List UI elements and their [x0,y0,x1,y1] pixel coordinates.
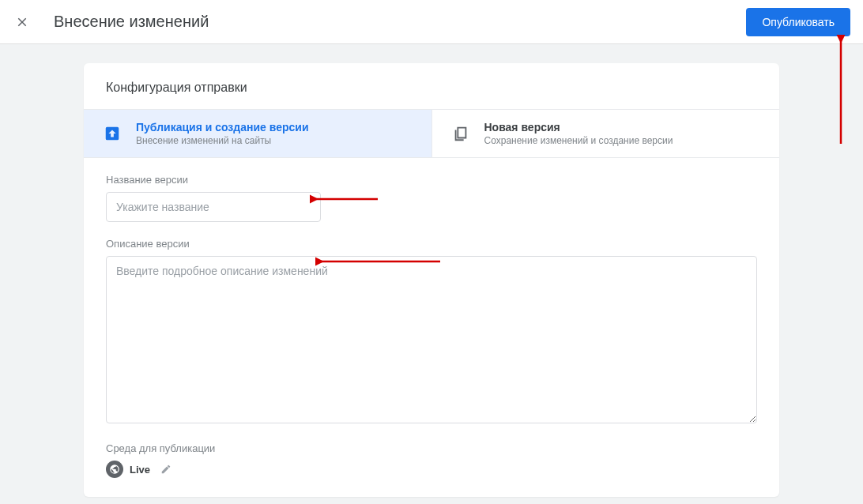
close-icon [15,15,29,29]
environment-name: Live [130,464,150,476]
version-icon [451,124,470,143]
version-desc-label: Описание версии [106,238,757,250]
pencil-icon [160,464,171,475]
arrow-annotation-icon [833,35,849,145]
tab-title: Публикация и создание версии [136,121,309,134]
tab-subtitle: Внесение изменений на сайты [136,135,309,146]
environment-label: Среда для публикации [106,442,757,454]
version-name-input[interactable] [106,192,321,222]
tab-subtitle: Сохранение изменений и создание версии [484,135,673,146]
card-title: Конфигурация отправки [84,63,779,109]
version-desc-textarea[interactable] [106,256,757,423]
config-tabs: Публикация и создание версии Внесение из… [84,109,779,158]
tab-title: Новая версия [484,121,673,134]
submit-config-card: Конфигурация отправки Публикация и созда… [84,63,779,497]
publish-button[interactable]: Опубликовать [746,8,850,36]
globe-icon [106,461,123,478]
environment-chip[interactable]: Live [106,461,150,478]
publish-icon [103,124,122,143]
dialog-header: Внесение изменений Опубликовать [0,0,863,44]
tab-new-version[interactable]: Новая версия Сохранение изменений и созд… [432,110,780,157]
edit-environment-button[interactable] [160,463,172,476]
tab-publish-and-version[interactable]: Публикация и создание версии Внесение из… [84,110,432,157]
version-name-label: Название версии [106,174,757,186]
dialog-title: Внесение изменений [54,13,746,31]
close-button[interactable] [13,13,32,32]
